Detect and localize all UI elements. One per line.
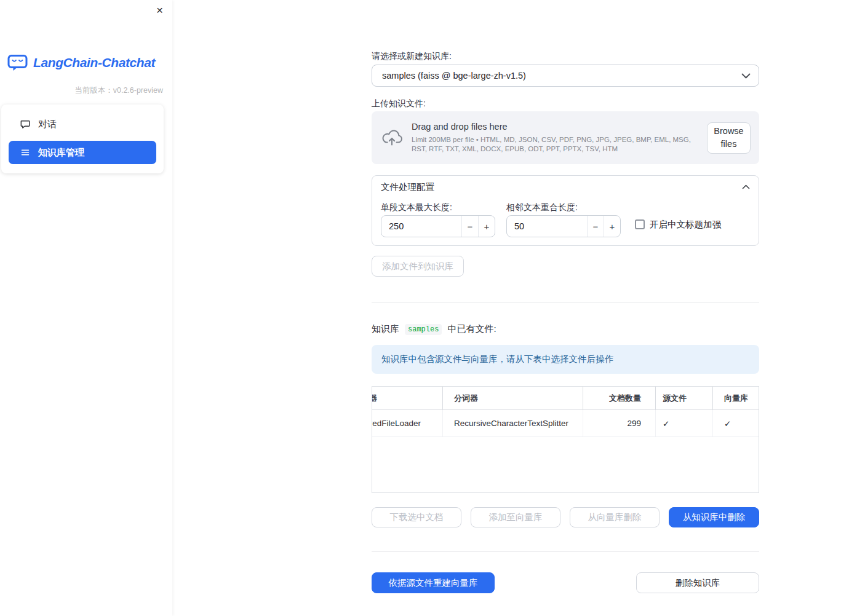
overlap-size-decrement-button[interactable]: − bbox=[587, 216, 604, 237]
table-header-source-file[interactable]: 源文件 bbox=[656, 387, 713, 409]
expander-title: 文件处理配置 bbox=[381, 181, 742, 193]
overlap-size-input[interactable]: 50 − + bbox=[506, 215, 621, 237]
divider bbox=[372, 551, 759, 552]
overlap-size-increment-button[interactable]: + bbox=[604, 216, 620, 237]
kb-files-heading-suffix: 中已有文件: bbox=[447, 323, 496, 335]
table-header-loader[interactable]: 文档加载器 bbox=[372, 387, 443, 409]
download-selected-button[interactable]: 下载选中文档 bbox=[372, 507, 461, 527]
table-header-row: 文档加载器 分词器 文档数量 源文件 向量库 bbox=[372, 387, 759, 410]
sidebar-item-chat-label: 对话 bbox=[38, 119, 57, 130]
kb-files-heading-prefix: 知识库 bbox=[372, 323, 399, 335]
info-alert: 知识库中包含源文件与向量库，请从下表中选择文件后操作 bbox=[372, 345, 759, 374]
chevron-up-icon bbox=[742, 184, 750, 189]
cell-doc-count: 299 bbox=[583, 410, 656, 436]
overlap-size-label: 相邻文本重合长度: bbox=[506, 202, 578, 213]
overlap-size-value[interactable]: 50 bbox=[507, 216, 587, 237]
divider bbox=[372, 302, 759, 302]
main-content: 请选择或新建知识库: samples (faiss @ bge-large-zh… bbox=[372, 0, 759, 616]
chat-bubble-icon bbox=[20, 119, 30, 129]
chunk-size-label: 单段文本最大长度: bbox=[381, 202, 452, 213]
rebuild-vector-store-button[interactable]: 依据源文件重建向量库 bbox=[372, 572, 495, 593]
cell-source-check: ✓ bbox=[656, 410, 713, 436]
file-config-expander: 文件处理配置 单段文本最大长度: 250 − + 相邻文本重合长度: 50 − … bbox=[372, 175, 759, 246]
cell-splitter: RecursiveCharacterTextSplitter bbox=[443, 410, 583, 436]
file-uploader-dropzone[interactable]: Drag and drop files here Limit 200MB per… bbox=[372, 111, 759, 164]
sidebar-close-button[interactable]: × bbox=[156, 3, 163, 18]
uploader-title: Drag and drop files here bbox=[412, 122, 707, 132]
chunk-size-increment-button[interactable]: + bbox=[478, 216, 495, 237]
sidebar-item-knowledge-base-label: 知识库管理 bbox=[38, 147, 84, 159]
sidebar-item-chat[interactable]: 对话 bbox=[9, 113, 156, 136]
chevron-down-icon bbox=[741, 73, 751, 79]
kb-files-heading: 知识库 samples 中已有文件: bbox=[372, 323, 496, 335]
zh-title-checkbox[interactable] bbox=[635, 219, 645, 229]
chat-logo-icon bbox=[7, 53, 28, 71]
kb-files-table: 文档加载器 分词器 文档数量 源文件 向量库 UnstructuredFileL… bbox=[372, 386, 759, 493]
sidebar: × LangChain-Chatchat 当前版本：v0.2.6-preview bbox=[0, 0, 172, 616]
app-logo: LangChain-Chatchat bbox=[7, 53, 155, 71]
add-to-vector-store-button[interactable]: 添加至向量库 bbox=[471, 507, 560, 527]
cell-vector-check: ✓ bbox=[713, 410, 759, 436]
zh-title-checkbox-label[interactable]: 开启中文标题加强 bbox=[650, 219, 721, 231]
table-header-doc-count[interactable]: 文档数量 bbox=[583, 387, 656, 409]
delete-from-vector-store-button[interactable]: 从向量库删除 bbox=[570, 507, 660, 527]
chunk-size-value[interactable]: 250 bbox=[381, 216, 461, 237]
delete-from-kb-button[interactable]: 从知识库中删除 bbox=[669, 507, 759, 527]
table-header-vector-store[interactable]: 向量库 bbox=[713, 387, 759, 409]
table-row[interactable]: UnstructuredFileLoader RecursiveCharacte… bbox=[372, 410, 759, 437]
uploader-limit: Limit 200MB per file • HTML, MD, JSON, C… bbox=[412, 135, 706, 154]
sidebar-item-knowledge-base[interactable]: 知识库管理 bbox=[9, 141, 156, 164]
kb-name-code: samples bbox=[405, 324, 442, 335]
uploader-text: Drag and drop files here Limit 200MB per… bbox=[412, 122, 707, 154]
app-window: × LangChain-Chatchat 当前版本：v0.2.6-preview bbox=[0, 0, 849, 616]
sidebar-nav: 对话 知识库管理 bbox=[1, 105, 164, 173]
browse-files-button[interactable]: Browse files bbox=[707, 122, 751, 154]
cloud-upload-icon bbox=[381, 130, 402, 146]
list-icon bbox=[20, 148, 30, 157]
chunk-size-decrement-button[interactable]: − bbox=[461, 216, 478, 237]
add-files-to-kb-button[interactable]: 添加文件到知识库 bbox=[372, 256, 464, 277]
version-label: 当前版本：v0.2.6-preview bbox=[74, 85, 163, 96]
expander-header[interactable]: 文件处理配置 bbox=[372, 176, 759, 198]
table-header-splitter[interactable]: 分词器 bbox=[443, 387, 583, 409]
app-logo-text: LangChain-Chatchat bbox=[33, 55, 155, 70]
delete-kb-button[interactable]: 删除知识库 bbox=[636, 572, 759, 593]
upload-label: 上传知识文件: bbox=[372, 98, 426, 109]
kb-select[interactable]: samples (faiss @ bge-large-zh-v1.5) bbox=[372, 65, 759, 87]
info-alert-text: 知识库中包含源文件与向量库，请从下表中选择文件后操作 bbox=[381, 353, 613, 365]
chunk-size-input[interactable]: 250 − + bbox=[381, 215, 495, 237]
cell-loader: UnstructuredFileLoader bbox=[372, 410, 443, 436]
kb-select-value: samples (faiss @ bge-large-zh-v1.5) bbox=[382, 71, 741, 81]
kb-select-label: 请选择或新建知识库: bbox=[372, 51, 452, 62]
